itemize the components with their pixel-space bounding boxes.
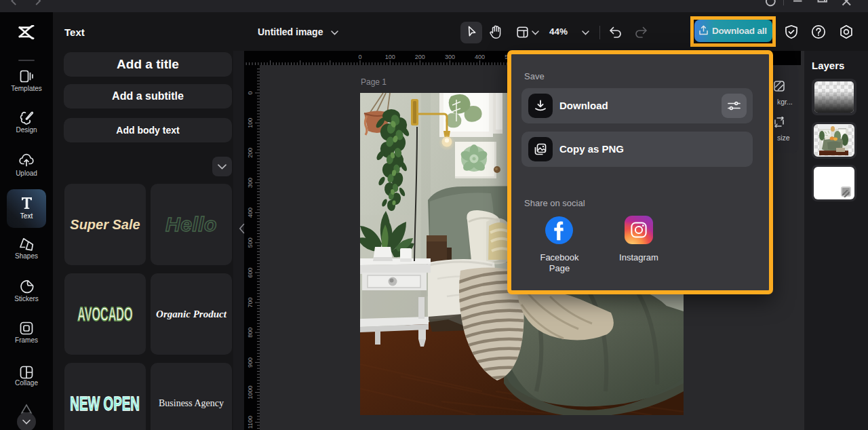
- svg-text:300: 300: [247, 178, 254, 188]
- svg-text:1100: 1100: [247, 416, 254, 429]
- svg-text:900: 900: [247, 357, 254, 368]
- svg-text:800: 800: [247, 328, 254, 338]
- svg-text:400: 400: [475, 54, 485, 60]
- svg-text:100: 100: [247, 118, 254, 128]
- svg-text:600: 600: [247, 267, 254, 277]
- svg-text:700: 700: [247, 298, 254, 308]
- svg-text:300: 300: [445, 54, 455, 60]
- svg-text:100: 100: [385, 54, 395, 60]
- svg-text:0: 0: [247, 91, 254, 94]
- svg-text:500: 500: [247, 237, 254, 248]
- svg-text:0: 0: [358, 54, 361, 60]
- svg-text:200: 200: [415, 54, 425, 60]
- svg-text:1000: 1000: [247, 385, 254, 399]
- svg-text:400: 400: [247, 208, 254, 218]
- svg-text:200: 200: [247, 148, 254, 158]
